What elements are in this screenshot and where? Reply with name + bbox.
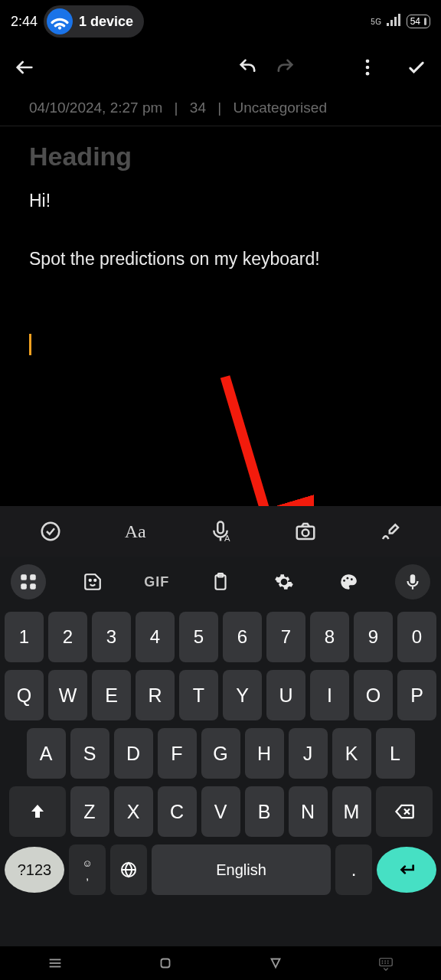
svg-rect-15 xyxy=(21,574,27,580)
note-timestamp: 04/10/2024, 2:27 pm xyxy=(29,100,162,116)
note-char-count: 34 xyxy=(190,100,206,116)
key-e[interactable]: E xyxy=(92,670,131,720)
key-b[interactable]: B xyxy=(245,786,284,837)
soft-keyboard: GIF 1 2 3 4 5 6 7 8 9 0 Q W E xyxy=(0,557,441,980)
key-row-qwerty: Q W E R T Y U I O P xyxy=(5,670,436,720)
key-6[interactable]: 6 xyxy=(223,612,262,662)
back-icon[interactable] xyxy=(14,57,35,78)
key-row-zxcv: Z X C V B N M xyxy=(5,786,436,837)
key-x[interactable]: X xyxy=(114,786,153,837)
svg-rect-31 xyxy=(162,959,170,968)
key-f[interactable]: F xyxy=(158,728,197,779)
key-y[interactable]: Y xyxy=(223,670,262,720)
key-0[interactable]: 0 xyxy=(397,612,436,662)
key-8[interactable]: 8 xyxy=(310,612,349,662)
done-icon[interactable] xyxy=(406,57,427,78)
gif-button[interactable]: GIF xyxy=(140,565,174,599)
key-d[interactable]: D xyxy=(114,728,153,779)
voice-text-icon[interactable]: A xyxy=(209,520,232,543)
key-k[interactable]: K xyxy=(332,728,371,779)
nav-back[interactable] xyxy=(253,955,299,972)
status-bar: 2:44 1 device 5G 54 xyxy=(0,0,441,43)
text-style-icon[interactable]: Aa xyxy=(124,520,147,543)
nav-recents[interactable] xyxy=(32,955,78,972)
camera-icon[interactable] xyxy=(294,520,317,543)
note-category[interactable]: Uncategorised xyxy=(233,100,327,116)
svg-point-10 xyxy=(41,523,59,541)
key-4[interactable]: 4 xyxy=(136,612,175,662)
key-q[interactable]: Q xyxy=(5,670,44,720)
text-cursor xyxy=(29,334,31,355)
key-a[interactable]: A xyxy=(27,728,66,779)
key-g[interactable]: G xyxy=(201,728,240,779)
keyboard-toolbar: GIF xyxy=(0,557,441,607)
settings-icon[interactable] xyxy=(267,565,301,599)
svg-point-7 xyxy=(366,72,370,76)
svg-point-6 xyxy=(366,66,370,70)
key-t[interactable]: T xyxy=(179,670,218,720)
svg-point-14 xyxy=(302,530,309,537)
note-editor[interactable]: Heading Hi! Spot the predictions on my k… xyxy=(0,126,441,358)
device-count-label: 1 device xyxy=(79,14,133,30)
key-backspace[interactable] xyxy=(376,786,433,837)
undo-icon[interactable] xyxy=(237,57,259,78)
key-enter[interactable] xyxy=(377,847,436,893)
svg-point-36 xyxy=(382,962,384,964)
apps-grid-icon[interactable] xyxy=(11,564,46,599)
mic-icon[interactable] xyxy=(395,564,430,599)
svg-rect-13 xyxy=(297,527,315,539)
note-body[interactable]: Hi! Spot the predictions on my keyboard! xyxy=(29,188,412,355)
key-space[interactable]: English xyxy=(152,844,331,895)
clock: 2:44 xyxy=(11,14,38,30)
key-o[interactable]: O xyxy=(354,670,393,720)
key-row-asdf: A S D F G H J K L xyxy=(5,728,436,779)
clipboard-icon[interactable] xyxy=(204,565,237,599)
nav-hide-keyboard[interactable] xyxy=(363,955,409,972)
key-s[interactable]: S xyxy=(70,728,109,779)
key-l[interactable]: L xyxy=(376,728,415,779)
key-7[interactable]: 7 xyxy=(266,612,305,662)
key-h[interactable]: H xyxy=(245,728,284,779)
svg-point-23 xyxy=(343,580,345,582)
note-meta: 04/10/2024, 2:27 pm | 34 | Uncategorised xyxy=(0,92,441,119)
key-p[interactable]: P xyxy=(397,670,436,720)
key-3[interactable]: 3 xyxy=(92,612,131,662)
checklist-icon[interactable] xyxy=(39,520,62,543)
key-symbols[interactable]: ?123 xyxy=(5,847,64,893)
key-1[interactable]: 1 xyxy=(5,612,44,662)
key-emoji-comma[interactable]: ☺ , xyxy=(69,844,106,895)
key-j[interactable]: J xyxy=(289,728,328,779)
key-w[interactable]: W xyxy=(48,670,87,720)
key-i[interactable]: I xyxy=(310,670,349,720)
svg-rect-4 xyxy=(398,14,400,26)
theme-icon[interactable] xyxy=(332,565,365,599)
key-2[interactable]: 2 xyxy=(48,612,87,662)
svg-rect-11 xyxy=(217,522,224,534)
key-row-bottom: ?123 ☺ , English . xyxy=(5,844,436,895)
key-c[interactable]: C xyxy=(158,786,197,837)
key-v[interactable]: V xyxy=(201,786,240,837)
svg-point-24 xyxy=(346,577,348,580)
key-u[interactable]: U xyxy=(266,670,305,720)
key-period[interactable]: . xyxy=(335,844,372,895)
key-shift[interactable] xyxy=(9,786,66,837)
key-r[interactable]: R xyxy=(136,670,175,720)
key-language[interactable] xyxy=(110,844,147,895)
signal-icon xyxy=(387,14,402,30)
battery-indicator: 54 xyxy=(407,15,430,28)
key-m[interactable]: M xyxy=(332,786,371,837)
key-5[interactable]: 5 xyxy=(179,612,218,662)
heading-placeholder[interactable]: Heading xyxy=(29,142,412,172)
key-z[interactable]: Z xyxy=(70,786,109,837)
svg-rect-16 xyxy=(30,574,36,580)
key-9[interactable]: 9 xyxy=(354,612,393,662)
note-line: Hi! xyxy=(29,188,412,213)
key-n[interactable]: N xyxy=(289,786,328,837)
cast-icon xyxy=(47,8,73,34)
nav-home[interactable] xyxy=(142,955,188,972)
more-icon[interactable] xyxy=(357,57,378,78)
svg-point-34 xyxy=(384,960,386,962)
sticker-icon[interactable] xyxy=(76,565,109,599)
draw-icon[interactable] xyxy=(379,520,402,543)
device-count-pill[interactable]: 1 device xyxy=(44,5,144,38)
